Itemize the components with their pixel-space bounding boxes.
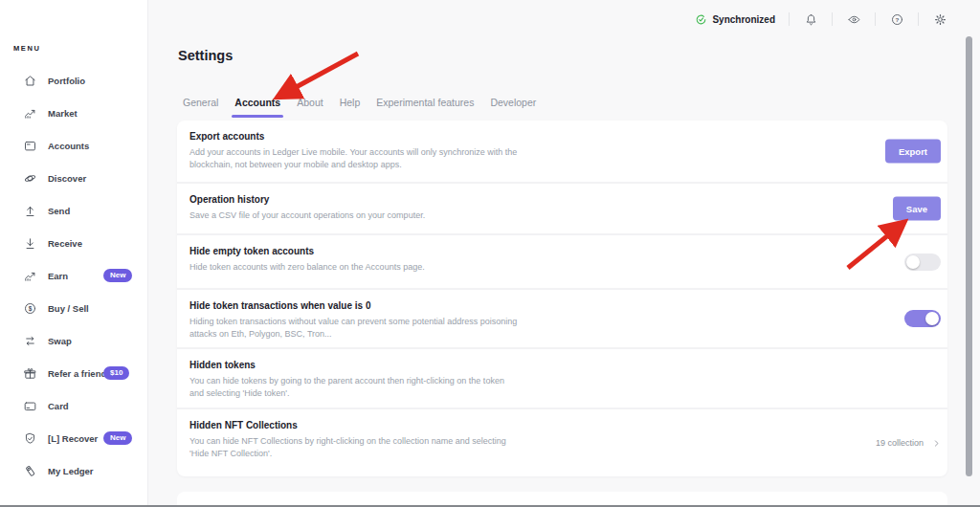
- help-icon: [890, 12, 904, 27]
- setting-title: Operation history: [189, 194, 947, 205]
- setting-row-hide-empty-token-accounts: Hide empty token accounts Hide token acc…: [177, 233, 947, 288]
- market-chart-icon: [23, 106, 37, 121]
- chevron-right-icon: [932, 439, 941, 448]
- sidebar-item-market[interactable]: Market: [23, 105, 143, 121]
- setting-description: Save a CSV file of your account operatio…: [189, 209, 520, 222]
- annotation-arrow-accounts-tab: [278, 54, 358, 97]
- sidebar-item-label: Send: [48, 206, 70, 216]
- gift-icon: [23, 366, 37, 381]
- bell-icon: [804, 12, 818, 27]
- sidebar-item-recover[interactable]: [L] Recover New: [23, 430, 143, 446]
- sidebar: MENU Portfolio Market Accounts Discover …: [0, 0, 148, 507]
- sync-check-icon: [695, 13, 707, 26]
- tab-developer[interactable]: Developer: [490, 97, 536, 118]
- setting-row-hidden-nft-collections: Hidden NFT Collections You can hide NFT …: [177, 408, 947, 476]
- wallet-icon: [23, 139, 37, 153]
- topbar: Synchronized: [695, 11, 947, 28]
- planet-icon: [23, 171, 37, 186]
- swap-arrows-icon: [23, 334, 37, 348]
- divider: [875, 12, 876, 26]
- setting-row-export-accounts: Export accounts Add your accounts in Led…: [177, 121, 947, 182]
- help-button[interactable]: [889, 11, 904, 27]
- tab-general[interactable]: General: [183, 97, 218, 118]
- ledger-device-icon: [23, 464, 37, 478]
- eye-icon: [847, 12, 861, 27]
- sidebar-item-buy-sell[interactable]: Buy / Sell: [23, 300, 143, 316]
- reward-badge: $10: [103, 366, 129, 380]
- settings-card: Export accounts Add your accounts in Led…: [177, 121, 947, 476]
- sidebar-item-label: Refer a friend: [48, 368, 106, 379]
- sidebar-item-discover[interactable]: Discover: [23, 170, 143, 186]
- setting-title: Hide token transactions when value is 0: [189, 300, 947, 311]
- sidebar-item-label: Card: [48, 401, 69, 411]
- new-badge: New: [103, 269, 132, 282]
- arrow-down-icon: [23, 236, 37, 251]
- setting-title: Hidden tokens: [189, 360, 947, 370]
- settings-button[interactable]: [932, 11, 947, 27]
- sidebar-item-label: Swap: [48, 336, 72, 346]
- toggle-knob: [906, 255, 920, 269]
- setting-description: Add your accounts in Ledger Live mobile.…: [189, 146, 520, 171]
- save-button[interactable]: Save: [893, 197, 941, 221]
- new-badge: New: [103, 431, 132, 445]
- setting-row-hide-token-transactions: Hide token transactions when value is 0 …: [177, 288, 947, 347]
- sidebar-item-label: Accounts: [48, 141, 89, 151]
- hide-empty-token-accounts-toggle[interactable]: [904, 254, 941, 271]
- setting-title: Hide empty token accounts: [189, 246, 947, 256]
- setting-description: Hiding token transactions without value …: [189, 316, 520, 341]
- sidebar-item-label: Discover: [48, 173, 86, 184]
- tab-experimental-features[interactable]: Experimental features: [376, 97, 474, 118]
- discreet-mode-button[interactable]: [846, 11, 861, 27]
- page-title: Settings: [178, 48, 233, 63]
- sidebar-item-label: Market: [48, 108, 78, 119]
- sidebar-item-swap[interactable]: Swap: [23, 333, 143, 348]
- sidebar-item-receive[interactable]: Receive: [23, 235, 143, 251]
- divider: [789, 12, 790, 26]
- tab-accounts[interactable]: Accounts: [234, 97, 280, 118]
- sidebar-item-refer-a-friend[interactable]: Refer a friend $10: [23, 365, 143, 381]
- hide-token-transactions-toggle[interactable]: [904, 310, 941, 327]
- arrow-up-icon: [23, 204, 37, 218]
- earn-chart-icon: [23, 269, 37, 283]
- notifications-button[interactable]: [803, 11, 818, 27]
- collection-count: 19 collection: [876, 438, 924, 448]
- tab-help[interactable]: Help: [340, 97, 361, 118]
- settings-tabs: General Accounts About Help Experimental…: [183, 97, 536, 118]
- sidebar-item-send[interactable]: Send: [23, 203, 143, 218]
- scrollbar[interactable]: [966, 36, 972, 476]
- divider: [832, 12, 833, 26]
- dollar-circle-icon: [23, 301, 37, 316]
- sidebar-item-label: My Ledger: [48, 466, 94, 476]
- sidebar-item-card[interactable]: Card: [23, 398, 143, 413]
- sidebar-item-accounts[interactable]: Accounts: [23, 138, 143, 153]
- shield-check-icon: [23, 431, 37, 446]
- sidebar-item-portfolio[interactable]: Portfolio: [23, 73, 143, 88]
- credit-card-icon: [23, 399, 37, 413]
- export-button[interactable]: Export: [885, 140, 941, 164]
- tab-about[interactable]: About: [297, 97, 323, 118]
- hidden-nft-collections-link[interactable]: 19 collection: [876, 438, 941, 448]
- setting-title: Export accounts: [189, 131, 947, 142]
- sidebar-item-label: Earn: [48, 271, 68, 281]
- sidebar-item-label: Portfolio: [48, 76, 85, 86]
- setting-row-operation-history: Operation history Save a CSV file of you…: [177, 182, 947, 233]
- toggle-knob: [925, 312, 939, 325]
- sync-status[interactable]: Synchronized: [695, 13, 775, 26]
- sidebar-item-label: Receive: [48, 238, 82, 249]
- settings-gear-icon: [933, 12, 947, 27]
- sidebar-item-my-ledger[interactable]: My Ledger: [23, 463, 143, 478]
- sidebar-item-earn[interactable]: Earn New: [23, 268, 143, 283]
- menu-section-label: MENU: [13, 44, 40, 53]
- divider: [918, 12, 919, 26]
- setting-description: You can hide tokens by going to the pare…: [189, 375, 520, 400]
- setting-title: Hidden NFT Collections: [189, 420, 947, 430]
- setting-row-hidden-tokens: Hidden tokens You can hide tokens by goi…: [177, 347, 947, 408]
- setting-description: Hide token accounts with zero balance on…: [189, 261, 520, 274]
- sync-status-label: Synchronized: [712, 14, 775, 25]
- setting-description: You can hide NFT Collections by right-cl…: [189, 435, 520, 460]
- sidebar-item-label: Buy / Sell: [48, 303, 89, 314]
- home-icon: [23, 74, 37, 88]
- sidebar-item-label: [L] Recover: [48, 433, 98, 444]
